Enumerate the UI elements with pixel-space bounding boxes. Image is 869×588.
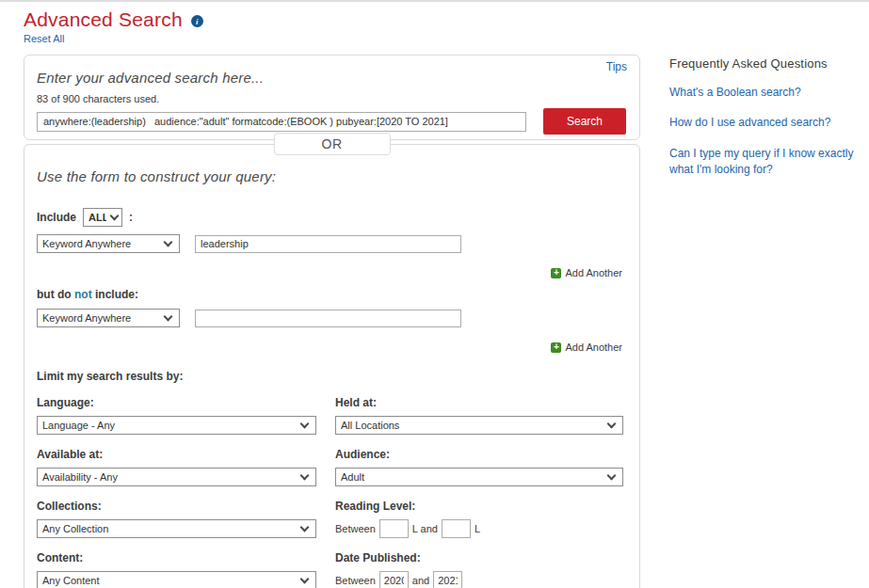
include-row: Include ALL :: [37, 208, 627, 227]
limit-heading: Limit my search results by:: [37, 370, 627, 383]
faq-link-boolean-search[interactable]: What's a Boolean search?: [669, 85, 869, 101]
date-published-label: Date Published:: [335, 551, 623, 564]
search-button[interactable]: Search: [543, 108, 626, 135]
page-layout: Advanced Search i Reset All Tips Enter y…: [0, 2, 869, 588]
or-divider: OR: [274, 133, 391, 155]
reading-level-end-text: L: [475, 523, 480, 534]
query-form-panel: OR Use the form to construct your query:…: [24, 144, 640, 588]
include-term-row: Keyword Anywhere: [37, 234, 627, 253]
advanced-query-panel: Tips Enter your advanced search here... …: [24, 55, 640, 140]
collections-select[interactable]: Any Collection: [37, 519, 316, 538]
audience-select[interactable]: Adult: [335, 468, 623, 486]
available-at-label: Available at:: [37, 448, 316, 461]
faq-sidebar: Frequently Asked Questions What's a Bool…: [669, 2, 869, 588]
reset-all-link[interactable]: Reset All: [24, 33, 64, 44]
add-plus-icon: +: [551, 342, 561, 353]
collections-label: Collections:: [37, 500, 316, 513]
include-label: Include: [37, 211, 76, 224]
content-select[interactable]: Any Content: [37, 571, 316, 588]
held-at-label: Held at:: [335, 396, 623, 409]
reading-level-label: Reading Level:: [335, 500, 623, 513]
not-word: not: [74, 288, 92, 301]
content-label: Content:: [37, 551, 316, 564]
page-header: Advanced Search i Reset All: [24, 2, 640, 45]
audience-label: Audience:: [335, 448, 623, 461]
date-from-input[interactable]: [379, 571, 409, 588]
exclude-term-row: Keyword Anywhere: [37, 309, 627, 327]
character-count: 83 of 900 characters used.: [37, 93, 626, 104]
add-plus-icon: +: [551, 268, 561, 278]
exclude-field-select[interactable]: Keyword Anywhere: [37, 309, 180, 327]
form-heading: Use the form to construct your query:: [37, 168, 627, 184]
include-field-select[interactable]: Keyword Anywhere: [37, 234, 180, 253]
reading-level-between-text: Between: [335, 523, 376, 534]
reading-level-to-input[interactable]: [442, 519, 471, 538]
page-title: Advanced Search: [24, 8, 183, 31]
faq-link-use-advanced-search[interactable]: How do I use advanced search?: [669, 115, 869, 131]
language-select[interactable]: Language - Any: [37, 416, 316, 435]
reading-level-mid-text: L and: [412, 523, 438, 534]
exclude-label: but do not include:: [37, 288, 627, 301]
exclude-term-input[interactable]: [195, 310, 461, 327]
available-at-select[interactable]: Availability - Any: [37, 468, 316, 486]
info-icon[interactable]: i: [191, 15, 203, 27]
date-to-input[interactable]: [433, 571, 462, 588]
tips-link[interactable]: Tips: [606, 60, 627, 73]
language-label: Language:: [37, 396, 316, 409]
search-panel-heading: Enter your advanced search here...: [37, 70, 626, 86]
held-at-select[interactable]: All Locations: [335, 416, 623, 435]
main-column: Advanced Search i Reset All Tips Enter y…: [24, 2, 640, 588]
faq-heading: Frequently Asked Questions: [669, 56, 869, 71]
include-term-input[interactable]: [195, 235, 461, 253]
faq-link-type-my-query[interactable]: Can I type my query if I know exactly wh…: [669, 146, 869, 179]
reading-level-from-input[interactable]: [379, 519, 409, 538]
date-and-text: and: [412, 575, 429, 586]
advanced-query-input[interactable]: [37, 112, 526, 132]
date-between-text: Between: [335, 575, 376, 586]
include-colon: :: [129, 211, 133, 224]
include-operator-select[interactable]: ALL: [83, 208, 122, 227]
add-another-include-link[interactable]: +Add Another: [551, 267, 622, 278]
add-another-exclude-link[interactable]: +Add Another: [551, 342, 622, 353]
